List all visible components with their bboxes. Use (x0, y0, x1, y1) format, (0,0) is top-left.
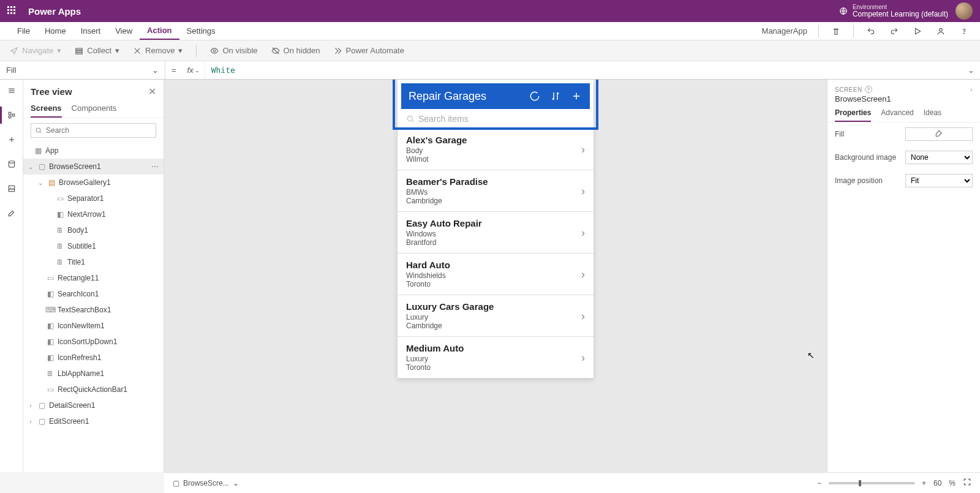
zoom-slider[interactable] (829, 482, 914, 484)
tree-node-searchicon[interactable]: ◧ SearchIcon1 (23, 286, 164, 302)
refresh-icon[interactable] (529, 90, 541, 102)
icon-icon: ◧ (45, 353, 55, 363)
svg-point-19 (9, 161, 14, 164)
app-preview[interactable]: Repair Garages Search items Alex's Garag… (398, 80, 594, 378)
chevron-right-icon[interactable]: › (581, 268, 585, 280)
tree-node-nextarrow[interactable]: ◧ NextArrow1 (23, 206, 164, 222)
gallery-icon: ▤ (47, 178, 56, 187)
search-row[interactable]: Search items (398, 109, 594, 129)
canvas[interactable]: Repair Garages Search items Alex's Garag… (164, 80, 827, 472)
tree-node-body[interactable]: 🗎 Body1 (23, 222, 164, 238)
navigate-icon (10, 47, 18, 55)
image-position-select[interactable]: Fit (905, 174, 973, 187)
tree-node-iconnew[interactable]: ◧ IconNewItem1 (23, 318, 164, 334)
data-icon[interactable] (6, 158, 18, 170)
tree-node-iconsort[interactable]: ◧ IconSortUpDown1 (23, 334, 164, 350)
menu-home[interactable]: Home (37, 22, 74, 40)
media-icon[interactable] (6, 183, 18, 195)
share-icon[interactable] (935, 25, 947, 37)
sort-icon[interactable] (549, 90, 562, 102)
undo-icon[interactable] (865, 25, 877, 37)
list-item[interactable]: Medium Auto Luxury Toronto › (398, 337, 594, 378)
chevron-right-icon[interactable]: › (27, 402, 34, 409)
chevron-right-icon[interactable]: › (970, 86, 973, 93)
icon-icon: ◧ (45, 337, 55, 347)
tree-search-input[interactable] (31, 123, 156, 138)
tab-screens[interactable]: Screens (31, 100, 62, 118)
tree-node-textsearch[interactable]: ⌨ TextSearchBox1 (23, 302, 164, 318)
play-icon[interactable] (911, 25, 924, 37)
on-visible-button[interactable]: On visible (210, 46, 257, 55)
tab-properties[interactable]: Properties (835, 108, 871, 122)
remove-button[interactable]: Remove ▾ (133, 46, 183, 55)
tree-node-browsegallery[interactable]: ⌄ ▤ BrowseGallery1 (23, 175, 164, 190)
zoom-out-icon[interactable]: − (817, 479, 821, 487)
help-icon[interactable] (958, 25, 970, 37)
tree-node-browsescreen[interactable]: ⌄ ▢ BrowseScreen1 ⋯ (23, 159, 164, 175)
close-icon[interactable]: ✕ (148, 86, 156, 97)
property-dropdown[interactable]: Fill ⌄ (0, 61, 165, 79)
tree-node-iconrefresh[interactable]: ◧ IconRefresh1 (23, 350, 164, 366)
chevron-right-icon[interactable]: › (581, 309, 585, 322)
tab-components[interactable]: Components (72, 100, 117, 118)
expand-formula-icon[interactable]: ⌄ (962, 66, 980, 75)
chevron-down-icon[interactable]: ⌄ (233, 479, 239, 487)
chevron-right-icon[interactable]: › (581, 143, 585, 156)
fill-color-picker[interactable] (905, 127, 973, 141)
list-item[interactable]: Alex's Garage Body Wilmot › (398, 129, 594, 170)
tree-node-rectangle[interactable]: ▭ Rectangle11 (23, 270, 164, 286)
power-automate-button[interactable]: Power Automate (334, 46, 404, 55)
list-item[interactable]: Beamer's Paradise BMWs Cambridge › (398, 170, 594, 212)
menu-insert[interactable]: Insert (74, 22, 108, 40)
add-icon[interactable] (570, 90, 582, 102)
tab-advanced[interactable]: Advanced (881, 108, 913, 122)
chevron-right-icon[interactable]: › (581, 184, 585, 197)
tree-node-lblappname[interactable]: 🗎 LblAppName1 (23, 366, 164, 382)
list-item[interactable]: Luxury Cars Garage Luxury Cambridge › (398, 295, 594, 337)
tree-node-app[interactable]: ▦ App (23, 143, 164, 159)
app-launcher-icon[interactable] (7, 6, 17, 16)
tools-icon[interactable] (6, 207, 18, 219)
zoom-in-icon[interactable]: + (922, 479, 926, 487)
item-title: Easy Auto Repair (406, 218, 585, 228)
tab-ideas[interactable]: Ideas (924, 108, 941, 122)
bg-image-select[interactable]: None (905, 151, 973, 164)
collect-button[interactable]: Collect ▾ (75, 46, 119, 55)
hamburger-icon[interactable] (6, 85, 18, 97)
menu-settings[interactable]: Settings (179, 22, 223, 40)
tree-label: RectQuickActionBar1 (58, 385, 127, 394)
chevron-right-icon[interactable]: › (581, 351, 585, 364)
chevron-down-icon[interactable]: ⌄ (27, 164, 34, 170)
fit-screen-icon[interactable] (963, 478, 971, 488)
chevron-right-icon[interactable]: › (27, 418, 34, 425)
tree-node-rectquick[interactable]: ▭ RectQuickActionBar1 (23, 382, 164, 397)
breadcrumb[interactable]: BrowseScre... (183, 479, 229, 487)
environment-picker[interactable]: Environment Competent Learning (default) (839, 4, 948, 18)
on-hidden-button[interactable]: On hidden (271, 46, 320, 55)
user-avatar[interactable] (956, 2, 973, 20)
menu-file[interactable]: File (10, 22, 37, 40)
menu-view[interactable]: View (108, 22, 140, 40)
tree-node-detailscreen[interactable]: › ▢ DetailScreen1 (23, 397, 164, 413)
more-icon[interactable]: ⋯ (151, 162, 159, 171)
environment-name: Competent Learning (default) (853, 10, 948, 18)
tree-node-title[interactable]: 🗎 Title1 (23, 254, 164, 270)
app-checker-icon[interactable] (830, 25, 842, 37)
redo-icon[interactable] (888, 25, 900, 37)
list-item[interactable]: Easy Auto Repair Windows Brantford › (398, 212, 594, 254)
tree-node-separator[interactable]: ▭ Separator1 (23, 190, 164, 206)
formula-input[interactable]: White (205, 66, 962, 75)
chevron-right-icon[interactable]: › (581, 226, 585, 239)
fill-label: Fill (835, 130, 844, 138)
fx-button[interactable]: fx ⌄ (183, 61, 205, 79)
tree-node-editscreen[interactable]: › ▢ EditScreen1 (23, 413, 164, 429)
tree-node-subtitle[interactable]: 🗎 Subtitle1 (23, 238, 164, 254)
list-item[interactable]: Hard Auto Windshields Toronto › (398, 254, 594, 295)
tree-view-icon[interactable] (6, 109, 18, 121)
info-icon[interactable]: ? (865, 86, 872, 93)
chevron-down-icon[interactable]: ⌄ (37, 179, 44, 186)
zoom-pct-sign: % (949, 479, 956, 487)
insert-icon[interactable] (6, 134, 18, 146)
menu-action[interactable]: Action (140, 22, 179, 40)
navigate-button[interactable]: Navigate ▾ (10, 46, 61, 55)
